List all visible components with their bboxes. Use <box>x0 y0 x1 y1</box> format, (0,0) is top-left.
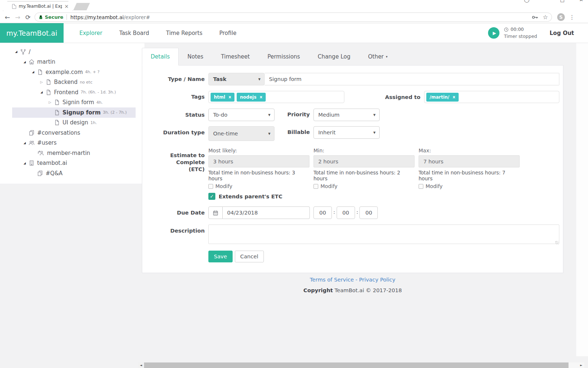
tab-change-log[interactable]: Change Log <box>309 48 359 65</box>
type-select[interactable]: Task ▼ <box>208 73 265 85</box>
window-close-icon[interactable]: ✕ <box>579 0 583 3</box>
tree-item-frontend[interactable]: ◢ Frontend 7h. (6h. - 1d. 3h.) <box>12 87 136 98</box>
minutes-input[interactable] <box>337 206 355 219</box>
browser-tab[interactable]: my.TeamBot.ai | Explorer × <box>3 1 73 11</box>
app-logo[interactable]: my.TeamBot.ai <box>0 23 64 43</box>
scrollbar-track[interactable] <box>569 362 578 368</box>
expander-open-icon[interactable]: ◢ <box>37 91 46 94</box>
key-icon[interactable] <box>532 15 538 20</box>
nav-item-task-board[interactable]: Task Board <box>111 30 157 36</box>
scrollbar-thumb[interactable] <box>144 362 569 368</box>
browser-menu-icon[interactable]: ⋮ <box>569 14 575 21</box>
tab-other[interactable]: Other▾ <box>359 48 396 65</box>
chevron-down-icon: ▾ <box>386 55 388 59</box>
url-bar[interactable]: Secure https://my.teambot.ai/explorer# ☆ <box>35 13 552 22</box>
tags-input[interactable]: htmlx nodejsx <box>208 91 344 103</box>
tree-item-signin-form[interactable]: ▷ Signin form 4h. <box>12 98 136 108</box>
duration-type-select[interactable]: One-time ▼ <box>208 126 275 141</box>
tree-item-backend[interactable]: ▷ Backend no etc <box>12 77 136 88</box>
caret-down-icon: ▼ <box>265 132 270 135</box>
expander-open-icon[interactable]: ◢ <box>21 162 29 165</box>
remove-tag-icon[interactable]: x <box>229 95 231 99</box>
scroll-left-icon[interactable]: ◄ <box>138 362 144 368</box>
terms-link[interactable]: Terms of Service <box>310 277 354 283</box>
tab-notes[interactable]: Notes <box>179 48 212 65</box>
tree-item-label: / <box>29 49 31 55</box>
modify-checkbox[interactable] <box>208 184 213 189</box>
nav-item-time-reports[interactable]: Time Reports <box>158 30 211 36</box>
billable-select[interactable]: Inherit ▼ <box>313 126 380 139</box>
min-input[interactable] <box>313 155 415 167</box>
browser-chrome: my.TeamBot.ai | Explorer × ◯ □ ✕ ← → ⟳ S… <box>0 0 588 23</box>
forward-icon[interactable]: → <box>12 14 23 21</box>
tab-timesheet[interactable]: Timesheet <box>212 48 258 65</box>
assigned-to-input[interactable]: /martin/x <box>424 91 559 103</box>
remove-tag-icon[interactable]: x <box>260 95 262 99</box>
refresh-icon[interactable]: ⟳ <box>23 14 33 21</box>
url-text[interactable]: https://my.teambot.ai/explorer# <box>70 14 150 20</box>
new-tab-button[interactable] <box>73 3 90 10</box>
extends-etc-checkbox[interactable]: ✓ <box>208 193 215 200</box>
nav-item-explorer[interactable]: Explorer <box>71 30 111 36</box>
seconds-input[interactable] <box>359 206 378 219</box>
tree-item-suffix: 4h. + ? <box>85 70 100 74</box>
description-textarea[interactable] <box>208 224 559 244</box>
priority-select[interactable]: Medium ▼ <box>313 109 380 121</box>
caret-down-icon: ▼ <box>265 113 270 117</box>
back-icon[interactable]: ← <box>2 14 12 21</box>
calendar-button[interactable] <box>208 206 223 219</box>
channel-icon <box>29 130 35 136</box>
tree-item-users[interactable]: ◢ #users <box>12 138 136 148</box>
window-maximize-icon[interactable]: □ <box>560 0 564 3</box>
tree-item-signup-form[interactable]: Signup form 3h. (2 - 7h.) <box>12 107 136 118</box>
tree-item-example-com[interactable]: ◢ example.com 4h. + ? <box>12 67 136 77</box>
tree-item-ui-design[interactable]: UI design 1h. <box>12 118 136 128</box>
modify-checkbox[interactable] <box>313 184 318 189</box>
tree-item-martin[interactable]: ◢ martin <box>12 57 136 67</box>
hours-input[interactable] <box>313 206 332 219</box>
cancel-button[interactable]: Cancel <box>235 251 264 262</box>
tree-item-member-martin[interactable]: member-martin <box>12 148 136 158</box>
tab-permissions[interactable]: Permissions <box>259 48 309 65</box>
most-likely-note: Total time in non-business hours: 3 hour… <box>208 170 309 181</box>
due-date-input[interactable] <box>223 206 310 219</box>
etc-most-likely-group: Most likely: Total time in non-business … <box>208 148 309 189</box>
horizontal-scrollbar[interactable]: ◄ ► <box>138 362 584 368</box>
expander-open-icon[interactable]: ◢ <box>29 70 37 74</box>
bookmark-star-icon[interactable]: ☆ <box>543 14 548 21</box>
tree-item-qa[interactable]: #Q&A <box>12 168 136 178</box>
logout-button[interactable]: Log Out <box>550 30 574 36</box>
expander-open-icon[interactable]: ◢ <box>21 60 29 64</box>
clock-icon <box>504 27 509 32</box>
most-likely-input[interactable] <box>208 155 309 167</box>
save-button[interactable]: Save <box>208 251 233 262</box>
timer-play-button[interactable]: ▶ <box>488 27 499 39</box>
expander-closed-icon[interactable]: ▷ <box>46 100 54 104</box>
modify-checkbox[interactable] <box>419 184 423 189</box>
skype-extension-icon[interactable]: S <box>557 13 565 21</box>
nav-item-profile[interactable]: Profile <box>211 30 245 36</box>
tab-details[interactable]: Details <box>142 48 179 66</box>
priority-select-value: Medium <box>318 112 340 118</box>
most-likely-caption: Most likely: <box>208 148 309 153</box>
tree-item-label: teambot.ai <box>37 160 67 166</box>
file-icon <box>54 120 60 125</box>
tree-item-root[interactable]: ◢ / <box>12 47 136 57</box>
privacy-link[interactable]: Privacy Policy <box>359 277 395 283</box>
secure-chip[interactable]: Secure <box>39 14 63 20</box>
window-circle-icon[interactable]: ◯ <box>524 0 530 3</box>
expander-open-icon[interactable]: ◢ <box>12 50 20 53</box>
resize-grip-icon[interactable] <box>555 241 559 244</box>
max-input[interactable] <box>419 155 520 167</box>
tree-item-conversations[interactable]: #conversations <box>12 128 136 138</box>
scroll-right-icon[interactable]: ► <box>578 362 584 368</box>
expander-closed-icon[interactable]: ▷ <box>37 80 46 84</box>
expander-open-icon[interactable]: ◢ <box>21 141 29 145</box>
url-path: /explorer# <box>124 14 150 20</box>
name-input[interactable] <box>265 73 559 85</box>
status-select[interactable]: To-do ▼ <box>208 109 275 121</box>
remove-assignee-icon[interactable]: x <box>453 95 455 99</box>
tree-item-teambot-ai[interactable]: ◢ teambot.ai <box>12 158 136 169</box>
tab-label: Details <box>151 53 170 60</box>
tab-close-icon[interactable]: × <box>64 3 69 9</box>
